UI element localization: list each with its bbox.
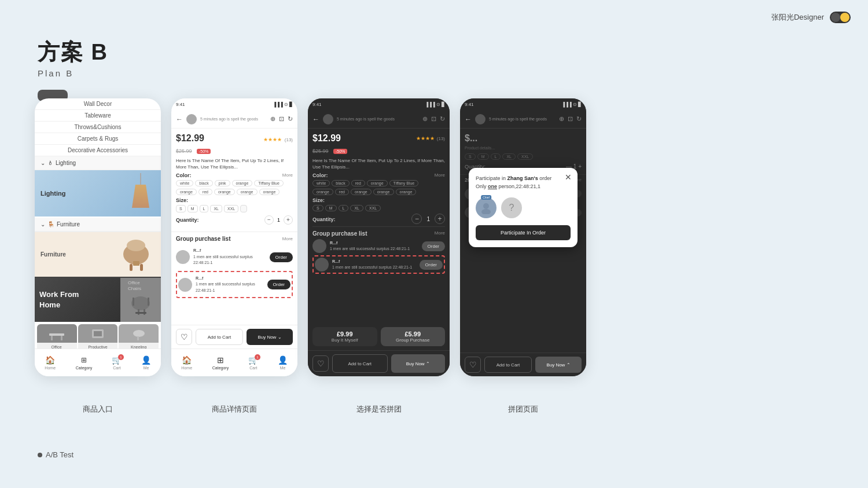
s1-furniture-section[interactable]: ⌄ 🪑 Furniture — [35, 218, 161, 232]
s2-color-pink[interactable]: pink — [215, 180, 230, 186]
s3-add-to-cart-btn[interactable]: Add to Cart — [332, 354, 388, 373]
s2-wishlist-btn[interactable]: ♡ — [176, 329, 192, 345]
s1-lighting-section[interactable]: ⌄ 🕯 Lighting — [35, 156, 161, 170]
s2-color-orange2[interactable]: orange — [176, 189, 197, 195]
s2-order-btn-2[interactable]: Order — [267, 280, 290, 289]
s3-qty-minus[interactable]: − — [411, 214, 422, 224]
s3-size-l[interactable]: L — [339, 205, 349, 211]
s3-size-m[interactable]: M — [325, 205, 337, 211]
s2-color-orange5[interactable]: orange — [259, 189, 280, 195]
s3-color-red[interactable]: red — [351, 180, 365, 186]
s4-modal: ✕ Participate in Zhang San's order Only … — [469, 168, 578, 247]
s3-group-buy-btn[interactable]: £5.99 Group Purchase — [381, 327, 446, 346]
s3-discount: -50% — [333, 149, 347, 154]
theme-toggle[interactable] — [830, 12, 851, 23]
s1-furniture-banner-text: Furniture — [41, 251, 66, 258]
s3-buy-now-btn[interactable]: Buy Now ⌃ — [391, 354, 446, 373]
s3-group-item-2: R...f1 men are still successful surplus … — [315, 258, 443, 271]
s2-back-icon[interactable]: ← — [176, 115, 183, 123]
s3-color-orange2[interactable]: orange — [312, 189, 333, 195]
s2-buy-now-btn[interactable]: Buy Now ⌄ — [247, 329, 293, 345]
s1-nav-cart[interactable]: 🛒 1 Cart — [112, 355, 122, 370]
s4-wishlist-btn[interactable]: ♡ — [465, 357, 481, 373]
s2-color-orange3[interactable]: orange — [214, 189, 235, 195]
s3-size-xl[interactable]: XL — [350, 205, 363, 211]
s3-color-orange5[interactable]: orange — [396, 189, 417, 195]
svg-rect-14 — [51, 336, 53, 340]
s4-statusbar: 9:41 ▐▐▐ ⊙ ▊ — [460, 98, 586, 110]
s4-buy-now-btn[interactable]: Buy Now ⌃ — [535, 357, 582, 373]
s4-add-to-cart-btn[interactable]: Add to Cart — [484, 357, 532, 373]
light-circle — [840, 13, 849, 22]
s2-category-icon: ⊞ — [216, 355, 225, 365]
s1-navitem-throws[interactable]: Throws&Cushions — [35, 122, 161, 133]
s3-size-s[interactable]: S — [312, 205, 323, 211]
s2-size-s[interactable]: S — [176, 205, 186, 212]
s4-chief-badge: Chief — [481, 195, 491, 200]
s2-color-white[interactable]: white — [176, 180, 193, 186]
s3-color-white[interactable]: white — [312, 180, 330, 186]
s3-group-more[interactable]: More — [435, 230, 445, 237]
s3-share-icon[interactable]: ⊕ — [422, 115, 428, 123]
s3-color-orange[interactable]: orange — [367, 180, 388, 186]
s3-order-btn-1[interactable]: Order — [422, 241, 445, 251]
s1-nav-home[interactable]: 🏠 Home — [45, 355, 56, 370]
s2-color-orange1[interactable]: orange — [232, 180, 253, 186]
s2-size-l[interactable]: L — [200, 205, 209, 212]
s4-participate-btn[interactable]: Participate In Order — [476, 225, 571, 240]
s3-order-btn-2[interactable]: Order — [420, 260, 443, 270]
screens-container: Wall Decor Tableware Throws&Cushions Car… — [35, 98, 586, 376]
s3-color-tiffany[interactable]: Tiffany Blue — [389, 180, 419, 186]
s3-qty-plus[interactable]: + — [435, 214, 445, 224]
s1-navitem-carpets[interactable]: Carpets & Rugs — [35, 133, 161, 145]
s3-color-orange4[interactable]: orange — [373, 189, 394, 195]
s2-qty-plus[interactable]: + — [284, 215, 293, 225]
s2-nav-category[interactable]: ⊞ Category — [212, 355, 229, 370]
s4-modal-close-btn[interactable]: ✕ — [565, 173, 572, 182]
s1-work-text-area: Work FromHome — [35, 278, 120, 322]
s3-wishlist-btn[interactable]: ♡ — [312, 355, 329, 372]
s2-color-orange4[interactable]: orange — [237, 189, 258, 195]
s4-time: 9:41 — [465, 102, 474, 107]
s2-nav-cart[interactable]: 🛒 1 Cart — [249, 355, 258, 370]
s4-crop-icon[interactable]: ⊡ — [568, 115, 573, 123]
s2-topbar: ← 5 minutes ago is spell the goods ⊕ ⊡ ↻ — [171, 110, 297, 129]
s3-color-orange3[interactable]: orange — [351, 189, 372, 195]
s4-back-icon[interactable]: ← — [465, 115, 472, 123]
crop-icon[interactable]: ⊡ — [279, 115, 284, 123]
s2-size-xl[interactable]: XL — [210, 205, 222, 212]
share-icon[interactable]: ⊕ — [270, 115, 275, 123]
s2-colors-row2: orange red orange orange orange — [176, 189, 293, 195]
s3-back-icon[interactable]: ← — [312, 115, 319, 123]
s2-nav-home[interactable]: 🏠 Home — [181, 355, 192, 370]
s2-size-xxl[interactable]: XXL — [224, 205, 238, 212]
s2-qty-value: 1 — [277, 217, 280, 223]
s2-size-m[interactable]: M — [187, 205, 198, 212]
s1-navitem-decorative[interactable]: Decorative Accessories — [35, 145, 161, 156]
s4-bg-text: Product details... — [465, 146, 582, 150]
s2-order-btn-1[interactable]: Order — [270, 252, 293, 262]
s3-quantity-row: Quantity: − 1 + — [312, 214, 445, 224]
s1-nav-category[interactable]: ⊞ Category — [76, 355, 92, 370]
s3-crop-icon[interactable]: ⊡ — [431, 115, 436, 123]
s4-share-icon[interactable]: ⊕ — [559, 115, 564, 123]
s2-group-more[interactable]: More — [282, 236, 293, 241]
s4-refresh-icon[interactable]: ↻ — [576, 115, 582, 123]
s3-size-xxl[interactable]: XXL — [365, 205, 381, 211]
s2-add-to-cart-btn[interactable]: Add to Cart — [196, 329, 243, 345]
s2-color-red[interactable]: red — [198, 189, 212, 195]
refresh-icon[interactable]: ↻ — [288, 115, 293, 123]
s2-color-black[interactable]: black — [195, 180, 212, 186]
s1-navitem-wall[interactable]: Wall Decor — [35, 98, 161, 110]
s3-color-black[interactable]: black — [332, 180, 349, 186]
s2-qty-minus[interactable]: − — [264, 215, 274, 225]
s3-buy-self-btn[interactable]: £9.99 Buy It Myself — [312, 327, 377, 346]
s2-nav-profile[interactable]: 👤 Me — [278, 355, 288, 370]
s2-cart-icon: 🛒 1 — [249, 355, 258, 365]
s3-refresh-icon[interactable]: ↻ — [440, 115, 445, 123]
s2-color-tiffany[interactable]: Tiffany Blue — [254, 180, 284, 186]
s3-color-red2[interactable]: red — [335, 189, 349, 195]
s1-navitem-tableware[interactable]: Tableware — [35, 110, 161, 122]
s1-nav-profile[interactable]: 👤 Me — [142, 355, 151, 370]
s4-question-avatar: ? — [501, 197, 522, 218]
